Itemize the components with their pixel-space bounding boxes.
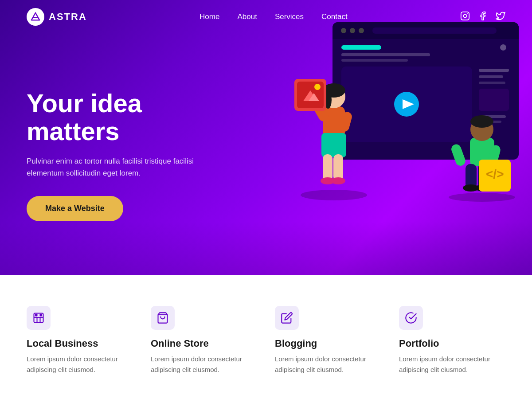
twitter-icon[interactable] <box>496 11 505 23</box>
hero-subtitle: Pulvinar enim ac tortor nulla facilisi t… <box>27 155 195 179</box>
logo-icon <box>27 8 44 26</box>
cta-button[interactable]: Make a Website <box>27 196 123 221</box>
svg-point-53 <box>449 193 515 202</box>
hero-section: Your idea matters Pulvinar enim ac torto… <box>0 0 532 275</box>
service-desc-portfolio: Lorem ipsum dolor consectetur adipiscing… <box>399 354 505 375</box>
svg-rect-59 <box>40 314 42 316</box>
service-card-blogging: Blogging Lorem ipsum dolor consectetur a… <box>275 306 381 375</box>
svg-rect-58 <box>35 314 37 316</box>
nav-services[interactable]: Services <box>275 12 304 21</box>
svg-text:</>: </> <box>486 167 504 181</box>
svg-rect-22 <box>479 89 509 111</box>
svg-point-52 <box>301 190 367 200</box>
main-nav: Home About Services Contact <box>200 12 348 21</box>
svg-point-40 <box>314 84 321 90</box>
svg-marker-0 <box>31 13 39 20</box>
service-desc-online-store: Lorem ipsum dolor consectetur adipiscing… <box>151 354 257 375</box>
check-circle-icon <box>405 312 417 324</box>
logo-area[interactable]: ASTRA <box>27 8 87 26</box>
brand-name: ASTRA <box>49 11 87 23</box>
online-store-icon-wrap <box>151 306 175 330</box>
instagram-icon[interactable] <box>460 11 470 23</box>
svg-rect-13 <box>341 53 430 56</box>
services-section: Local Business Lorem ipsum dolor consect… <box>0 275 532 399</box>
svg-rect-30 <box>323 154 332 181</box>
service-title-online-store: Online Store <box>151 338 209 349</box>
svg-rect-19 <box>479 69 509 72</box>
nav-about[interactable]: About <box>237 12 257 21</box>
svg-rect-26 <box>321 133 346 157</box>
nav-contact[interactable]: Contact <box>321 12 348 21</box>
service-title-local-business: Local Business <box>27 338 98 349</box>
portfolio-icon-wrap <box>399 306 423 330</box>
edit-icon <box>281 312 293 324</box>
hero-title: Your idea matters <box>27 89 204 146</box>
service-title-blogging: Blogging <box>275 338 317 349</box>
service-desc-blogging: Lorem ipsum dolor consectetur adipiscing… <box>275 354 381 375</box>
service-desc-local-business: Lorem ipsum dolor consectetur adipiscing… <box>27 354 133 375</box>
svg-rect-14 <box>341 59 408 62</box>
nav-home[interactable]: Home <box>200 12 219 21</box>
svg-rect-20 <box>479 75 503 78</box>
bag-icon <box>156 312 169 324</box>
social-icons <box>460 11 505 23</box>
svg-point-4 <box>467 13 468 14</box>
svg-rect-31 <box>333 154 343 181</box>
svg-rect-21 <box>479 82 505 84</box>
service-card-portfolio: Portfolio Lorem ipsum dolor consectetur … <box>399 306 505 375</box>
svg-point-33 <box>331 177 345 184</box>
svg-rect-12 <box>341 45 381 50</box>
building-icon <box>32 312 45 324</box>
service-card-online-store: Online Store Lorem ipsum dolor consectet… <box>151 306 257 375</box>
facebook-icon[interactable] <box>478 11 488 23</box>
svg-rect-2 <box>461 12 469 20</box>
hero-content: Your idea matters Pulvinar enim ac torto… <box>0 89 231 222</box>
svg-point-43 <box>470 115 493 128</box>
service-card-local-business: Local Business Lorem ipsum dolor consect… <box>27 306 133 375</box>
blogging-icon-wrap <box>275 306 299 330</box>
service-title-portfolio: Portfolio <box>399 338 439 349</box>
local-business-icon-wrap <box>27 306 51 330</box>
svg-point-15 <box>500 44 506 51</box>
svg-point-3 <box>463 14 466 17</box>
